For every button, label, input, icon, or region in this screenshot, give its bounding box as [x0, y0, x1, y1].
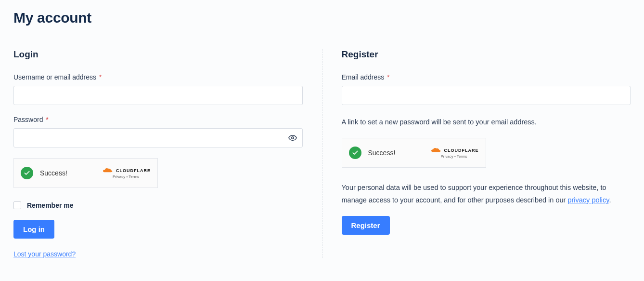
privacy-text-post: .: [609, 196, 611, 204]
register-email-label: Email address *: [342, 73, 631, 81]
turnstile-status: Success!: [368, 149, 429, 157]
cloudflare-brand: CLOUDFLARE Privacy • Terms: [429, 147, 479, 159]
privacy-policy-link[interactable]: privacy policy: [567, 196, 609, 204]
cloud-icon: [429, 147, 443, 153]
cloudflare-text: CLOUDFLARE: [444, 148, 479, 153]
username-label: Username or email address *: [13, 73, 303, 81]
lost-password-link[interactable]: Lost your password?: [13, 250, 303, 258]
register-button[interactable]: Register: [342, 216, 390, 235]
register-email-field: Email address *: [342, 73, 631, 105]
login-heading: Login: [13, 49, 303, 60]
remember-row: Remember me: [13, 201, 303, 209]
cloudflare-legal[interactable]: Privacy • Terms: [440, 154, 467, 159]
privacy-text-pre: Your personal data will be used to suppo…: [342, 184, 606, 204]
register-email-input[interactable]: [342, 86, 631, 105]
register-column: Register Email address * A link to set a…: [322, 49, 631, 258]
checkmark-icon: [349, 147, 361, 159]
cloud-icon: [101, 168, 115, 174]
privacy-paragraph: Your personal data will be used to suppo…: [342, 181, 631, 206]
remember-label[interactable]: Remember me: [27, 201, 74, 209]
password-label: Password *: [13, 116, 303, 123]
eye-icon[interactable]: [288, 134, 297, 142]
login-button[interactable]: Log in: [13, 220, 54, 239]
svg-point-0: [291, 137, 294, 139]
login-turnstile: Success! CLOUDFLARE Privacy • Terms: [13, 158, 158, 188]
username-input[interactable]: [13, 86, 303, 105]
register-heading: Register: [342, 49, 631, 60]
login-column: Login Username or email address * Passwo…: [13, 49, 322, 258]
register-link-info: A link to set a new password will be sen…: [342, 116, 631, 128]
username-label-text: Username or email address: [13, 73, 96, 81]
password-input[interactable]: [13, 128, 303, 147]
cloudflare-text: CLOUDFLARE: [116, 168, 151, 173]
register-email-label-text: Email address: [342, 73, 385, 81]
password-label-text: Password: [13, 116, 43, 123]
required-mark: *: [99, 73, 102, 81]
remember-checkbox[interactable]: [13, 201, 21, 209]
password-field: Password *: [13, 116, 303, 147]
required-mark: *: [387, 73, 389, 81]
cloudflare-legal[interactable]: Privacy • Terms: [113, 174, 139, 179]
cloudflare-brand: CLOUDFLARE Privacy • Terms: [101, 168, 151, 179]
turnstile-status: Success!: [40, 169, 101, 177]
account-columns: Login Username or email address * Passwo…: [13, 49, 631, 258]
checkmark-icon: [21, 167, 33, 179]
page-title: My account: [13, 10, 631, 26]
username-field: Username or email address *: [13, 73, 303, 105]
required-mark: *: [46, 116, 48, 123]
register-turnstile: Success! CLOUDFLARE Privacy • Terms: [342, 138, 486, 168]
